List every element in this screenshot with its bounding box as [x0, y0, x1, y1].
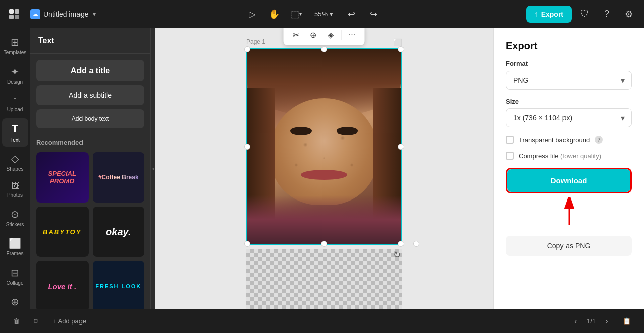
panel-collapse-handle[interactable]: ◂: [151, 28, 155, 309]
template-special-promo[interactable]: Special Promo: [36, 152, 89, 203]
panel-actions: Add a title Add a subtitle Add body text: [30, 54, 150, 135]
zoom-chevron-icon: ▾: [330, 10, 333, 18]
sidebar-item-text[interactable]: T Text: [2, 118, 28, 147]
crop-button[interactable]: ✂: [289, 28, 304, 42]
frame-tool-button[interactable]: ⬚ ▾: [287, 5, 305, 23]
rotate-handle[interactable]: ↻: [392, 250, 402, 260]
copy-as-png-button[interactable]: Copy as PNG: [506, 236, 632, 256]
size-select[interactable]: 1x (736 × 1104 px) 2x (1472 × 2208 px) C…: [506, 108, 632, 127]
expand-icon[interactable]: ⬜: [393, 38, 402, 46]
canvas-image[interactable]: ✂ ⊕ ◈ ···: [246, 48, 402, 245]
handle-mid-right[interactable]: [398, 144, 404, 150]
sidebar-item-photos[interactable]: 🖼 Photos: [2, 178, 28, 202]
handle-top-right[interactable]: [398, 46, 404, 52]
sidebar-item-stickers[interactable]: ⊙ Stickers: [2, 204, 28, 231]
hand-tool-button[interactable]: ✋: [265, 5, 283, 23]
compress-label: Compress file (lower quality): [519, 152, 601, 160]
template-coffee-break[interactable]: #Coffee Break: [93, 152, 145, 203]
sidebar-item-templates[interactable]: ⊞ Templates: [2, 32, 28, 59]
trash-icon: 🗑: [13, 317, 20, 325]
sidebar-label-collage: Collage: [7, 280, 24, 286]
transparent-bg-checkbox[interactable]: [506, 136, 514, 144]
topbar-right: ↑ Export 🛡 ? ⚙: [526, 5, 638, 23]
redo-button[interactable]: ↪: [364, 5, 382, 23]
template-love-it[interactable]: Love it .: [36, 261, 89, 309]
add-page-button[interactable]: + Add page: [47, 314, 91, 328]
handle-extra[interactable]: [413, 241, 419, 247]
add-body-button[interactable]: Add body text: [36, 109, 144, 128]
next-page-button[interactable]: ›: [600, 314, 614, 328]
template-fresh-look[interactable]: FRESH LOOK: [93, 261, 145, 309]
text-icon: T: [12, 122, 18, 136]
download-button-wrap: Download: [506, 168, 632, 193]
trash-button[interactable]: 🗑: [8, 314, 25, 328]
sidebar-label-shapes: Shapes: [7, 166, 24, 172]
handle-bot-center[interactable]: [321, 241, 327, 247]
undo-button[interactable]: ↩: [342, 5, 360, 23]
portrait-bg: [247, 49, 401, 244]
sidebar-label-stickers: Stickers: [6, 222, 24, 227]
help-button[interactable]: ?: [598, 5, 616, 23]
doc-icon: ☁: [30, 9, 40, 19]
chevron-down-icon: ▾: [93, 11, 96, 18]
shield-icon-button[interactable]: 🛡: [576, 5, 594, 23]
sidebar-label-photos: Photos: [7, 192, 23, 198]
sidebar-item-plugins[interactable]: ⊕ Plugins: [2, 292, 28, 309]
download-button[interactable]: Download: [507, 169, 630, 192]
add-title-button[interactable]: Add a title: [36, 60, 144, 81]
template-label-love-it: Love it .: [48, 282, 76, 291]
template-label-fresh: FRESH LOOK: [95, 283, 141, 289]
canvas-floating-toolbar: ✂ ⊕ ◈ ···: [284, 28, 365, 45]
transparent-bg-info-icon[interactable]: ?: [595, 136, 603, 144]
freckles: [278, 117, 370, 185]
handle-top-center[interactable]: [321, 46, 327, 52]
handle-bot-left[interactable]: [244, 241, 250, 247]
svg-rect-3: [15, 15, 19, 19]
bg-remove-button[interactable]: ◈: [323, 28, 338, 42]
export-title: Export: [506, 40, 632, 52]
format-select[interactable]: PNG JPG PDF SVG: [506, 71, 632, 90]
prev-page-button[interactable]: ‹: [569, 314, 583, 328]
add-subtitle-button[interactable]: Add a subtitle: [36, 85, 144, 105]
document-title-area[interactable]: ☁ Untitled image ▾: [26, 7, 100, 21]
shapes-icon: ◇: [11, 153, 19, 165]
logo-button[interactable]: [6, 6, 22, 22]
duplicate-button[interactable]: ⧉: [29, 314, 43, 328]
bottombar: 🗑 ⧉ + Add page ‹ 1/1 › 📋: [0, 309, 644, 333]
sidebar-label-upload: Upload: [7, 107, 23, 112]
size-label: Size: [506, 98, 632, 105]
sidebar-item-shapes[interactable]: ◇ Shapes: [2, 149, 28, 176]
svg-rect-2: [9, 15, 14, 19]
templates-grid: Special Promo #Coffee Break BABYTOY okay…: [30, 148, 150, 309]
canvas-scroll[interactable]: Page 1 ⬜ ✂ ⊕ ◈ ···: [155, 28, 493, 309]
topbar: ☁ Untitled image ▾ ▷ ✋ ⬚ ▾ 55% ▾ ↩ ↪ ↑ E…: [0, 0, 644, 28]
notes-button[interactable]: 📋: [618, 314, 636, 328]
more-options-button[interactable]: ···: [345, 28, 360, 42]
handle-top-left[interactable]: [244, 46, 250, 52]
size-select-wrap[interactable]: 1x (736 × 1104 px) 2x (1472 × 2208 px) C…: [506, 108, 632, 127]
effects-button[interactable]: ⊕: [306, 28, 321, 42]
stickers-icon: ⊙: [11, 208, 19, 220]
sidebar-item-collage[interactable]: ⊟ Collage: [2, 262, 28, 290]
export-button[interactable]: ↑ Export: [526, 6, 572, 23]
settings-button[interactable]: ⚙: [620, 5, 638, 23]
select-tool-button[interactable]: ▷: [243, 5, 261, 23]
template-okay[interactable]: okay.: [93, 207, 145, 257]
template-babytoy[interactable]: BABYTOY: [36, 207, 89, 257]
format-select-wrap[interactable]: PNG JPG PDF SVG: [506, 71, 632, 90]
sidebar-item-design[interactable]: ✦ Design: [2, 61, 28, 89]
page-nav: ‹ 1/1 ›: [569, 314, 614, 328]
handle-bot-right[interactable]: [398, 241, 404, 247]
sidebar-item-frames[interactable]: ⬜ Frames: [2, 233, 28, 260]
canvas-page-container: Page 1 ⬜ ✂ ⊕ ◈ ···: [246, 48, 402, 309]
canvas-transparent-area[interactable]: [246, 249, 402, 309]
handle-mid-left[interactable]: [244, 144, 250, 150]
sidebar-item-upload[interactable]: ↑ Upload: [2, 91, 28, 116]
photos-icon: 🖼: [11, 182, 19, 191]
templates-icon: ⊞: [11, 36, 19, 48]
compress-checkbox[interactable]: [506, 152, 514, 160]
left-sidebar: ⊞ Templates ✦ Design ↑ Upload T Text ◇ S…: [0, 28, 30, 309]
compress-file-row: Compress file (lower quality): [506, 152, 632, 160]
zoom-button[interactable]: 55% ▾: [309, 8, 338, 20]
transparent-bg-row: Transparent background ?: [506, 136, 632, 144]
